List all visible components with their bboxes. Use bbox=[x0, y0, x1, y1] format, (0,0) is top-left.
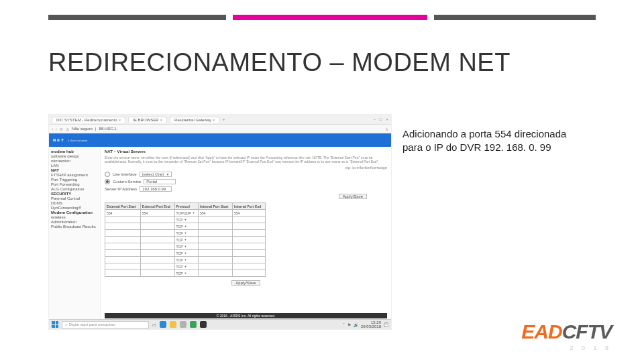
taskbar-app-icon[interactable] bbox=[190, 321, 197, 328]
table-cell[interactable] bbox=[199, 223, 233, 230]
table-cell[interactable] bbox=[233, 243, 266, 250]
sidebar-item[interactable]: LAN bbox=[51, 164, 98, 168]
table-cell[interactable] bbox=[199, 230, 233, 237]
protocol-cell[interactable]: TCP▼ bbox=[174, 250, 199, 257]
browser-tab[interactable]: IE BROWSER × bbox=[128, 117, 167, 123]
sidebar-item[interactable]: DynForwarding® bbox=[51, 206, 98, 210]
table-cell[interactable] bbox=[199, 237, 233, 243]
table-cell[interactable] bbox=[199, 243, 233, 250]
url-text[interactable]: 88.HSC.1 bbox=[99, 127, 117, 131]
taskbar-app-icon[interactable] bbox=[170, 321, 176, 328]
task-view-icon[interactable]: ▭ bbox=[152, 322, 156, 327]
close-icon[interactable]: × bbox=[119, 118, 121, 122]
sidebar-item[interactable]: Administration bbox=[51, 220, 98, 224]
sidebar-item[interactable]: Port Forwarding bbox=[51, 182, 98, 186]
tray-chevron-icon[interactable]: ˄ bbox=[343, 322, 345, 327]
table-cell[interactable] bbox=[105, 270, 141, 277]
custom-service-input[interactable]: Portal bbox=[144, 179, 176, 184]
sidebar-item[interactable]: Modem Configuration bbox=[51, 210, 98, 215]
protocol-cell[interactable]: TCP▼ bbox=[174, 237, 199, 243]
server-ip-input[interactable]: 192.168.0.99 bbox=[140, 186, 172, 192]
reload-icon[interactable]: ⟳ bbox=[60, 127, 63, 131]
table-cell[interactable] bbox=[105, 257, 141, 263]
notification-icon[interactable]: 💬 bbox=[384, 322, 388, 327]
close-icon[interactable]: × bbox=[160, 118, 163, 122]
protocol-cell[interactable]: TCP▼ bbox=[174, 263, 199, 270]
table-cell[interactable] bbox=[105, 223, 141, 230]
table-cell[interactable] bbox=[199, 257, 233, 263]
protocol-cell[interactable]: TCP▼ bbox=[174, 217, 199, 223]
apply-button[interactable]: Apply/Save bbox=[339, 194, 367, 199]
table-cell[interactable] bbox=[105, 217, 141, 223]
sidebar-item[interactable]: Parental Control bbox=[51, 196, 98, 200]
taskbar-app-icon[interactable] bbox=[200, 321, 207, 328]
table-cell[interactable] bbox=[233, 263, 266, 270]
table-cell[interactable] bbox=[233, 250, 266, 257]
table-cell[interactable] bbox=[233, 230, 266, 237]
table-cell[interactable] bbox=[199, 263, 233, 270]
protocol-cell[interactable]: TCP▼ bbox=[174, 270, 199, 277]
sidebar-item[interactable]: Port Triggering bbox=[51, 178, 98, 182]
protocol-cell[interactable]: TCP▼ bbox=[174, 257, 199, 263]
protocol-cell[interactable]: TCP/UDP▼ bbox=[174, 210, 199, 217]
table-cell[interactable] bbox=[140, 250, 174, 257]
browser-tab[interactable]: Residential Gateway × bbox=[170, 117, 220, 123]
table-cell[interactable] bbox=[105, 250, 141, 257]
table-cell[interactable] bbox=[140, 257, 174, 263]
protocol-cell[interactable]: TCP▼ bbox=[174, 230, 199, 237]
table-cell[interactable] bbox=[105, 237, 141, 243]
table-cell[interactable] bbox=[105, 263, 141, 270]
sidebar-item[interactable]: wireless bbox=[51, 215, 98, 219]
table-cell[interactable]: 554 bbox=[199, 210, 233, 217]
table-cell[interactable] bbox=[233, 270, 266, 277]
table-cell[interactable] bbox=[140, 237, 174, 243]
table-cell[interactable] bbox=[199, 217, 233, 223]
forward-icon[interactable]: › bbox=[56, 127, 57, 131]
tray-network-icon[interactable]: ⚑ bbox=[347, 322, 351, 327]
radio-icon[interactable] bbox=[105, 172, 110, 177]
sidebar-item[interactable]: software design bbox=[51, 154, 98, 158]
table-cell[interactable]: 554 bbox=[105, 210, 141, 217]
table-cell[interactable] bbox=[140, 217, 174, 223]
sidebar-item[interactable]: modem hub bbox=[51, 149, 98, 154]
table-cell[interactable] bbox=[140, 223, 174, 230]
protocol-cell[interactable]: TCP▼ bbox=[174, 223, 199, 230]
table-cell[interactable] bbox=[140, 270, 174, 277]
table-cell[interactable] bbox=[140, 243, 174, 250]
sidebar-item[interactable]: Public Broadcast Results bbox=[51, 225, 98, 229]
taskbar-app-icon[interactable] bbox=[180, 321, 186, 328]
table-cell[interactable] bbox=[140, 263, 174, 270]
table-cell[interactable] bbox=[233, 237, 266, 243]
table-cell[interactable] bbox=[233, 217, 266, 223]
radio-icon[interactable] bbox=[105, 179, 110, 184]
sidebar-item[interactable]: connection bbox=[51, 159, 98, 163]
table-cell[interactable] bbox=[233, 257, 266, 263]
close-icon[interactable]: × bbox=[213, 118, 215, 122]
minimize-icon[interactable]: – bbox=[374, 117, 376, 121]
table-cell[interactable] bbox=[105, 230, 141, 237]
apply-button[interactable]: Apply/Save bbox=[231, 280, 260, 286]
bookmark-icon[interactable]: ☆ bbox=[385, 127, 388, 131]
table-cell[interactable] bbox=[105, 243, 141, 250]
new-tab-button[interactable]: + bbox=[223, 117, 225, 121]
close-icon[interactable]: × bbox=[386, 117, 388, 121]
table-cell[interactable]: 554 bbox=[233, 210, 266, 217]
start-button[interactable] bbox=[52, 321, 58, 328]
tray-volume-icon[interactable]: 🔊 bbox=[354, 322, 358, 327]
table-cell[interactable] bbox=[140, 230, 174, 237]
back-icon[interactable]: ‹ bbox=[52, 127, 53, 131]
table-cell[interactable] bbox=[199, 250, 233, 257]
sidebar-item[interactable]: FTTH/IP assignment bbox=[51, 173, 98, 177]
interface-select[interactable]: (select One) ▼ bbox=[140, 172, 172, 177]
taskbar-app-icon[interactable] bbox=[160, 321, 166, 328]
table-cell[interactable] bbox=[199, 270, 233, 277]
protocol-cell[interactable]: TCP▼ bbox=[174, 243, 199, 250]
sidebar-item[interactable]: ALG Configuration bbox=[51, 187, 98, 191]
maximize-icon[interactable]: □ bbox=[380, 117, 382, 121]
taskbar-clock[interactable]: 15:29 29/03/2018 bbox=[361, 320, 381, 328]
taskbar-search[interactable]: ⌕ Digite aqui para pesquisar bbox=[62, 321, 149, 328]
sidebar-item[interactable]: DDNS bbox=[51, 201, 98, 205]
table-cell[interactable] bbox=[233, 223, 266, 230]
table-cell[interactable]: 554 bbox=[140, 210, 174, 217]
sidebar-item[interactable]: NAT bbox=[51, 168, 98, 172]
